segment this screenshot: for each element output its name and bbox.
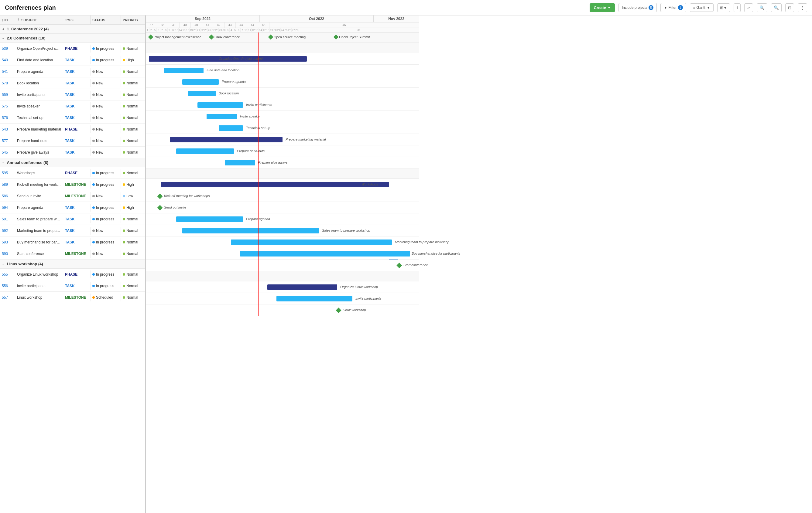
milestone-diamond xyxy=(397,263,402,268)
week-cell: 44 xyxy=(236,23,247,28)
group-row-annual[interactable]: − Annual conference (8) xyxy=(0,158,145,167)
gantt-header: Sep 2022 Oct 2022 Nov 2022 37 38 39 40 4… xyxy=(146,16,419,32)
include-projects-button[interactable]: Include projects 5 xyxy=(618,3,657,12)
today-line xyxy=(258,32,259,316)
gantt-row-592: Marketing team to prepare workshop xyxy=(146,237,419,248)
cell-id[interactable]: 556 xyxy=(0,282,15,290)
table-row: 595 Workshops PHASE In progress Normal xyxy=(0,167,145,179)
gantt-bar-label: Find date and location xyxy=(207,68,239,72)
status-dot xyxy=(92,252,95,255)
cell-id[interactable]: 575 xyxy=(0,102,15,110)
table-row: 557 Linux workshop MILESTONE Scheduled N… xyxy=(0,292,145,303)
week-cell: 40 xyxy=(179,23,191,28)
cell-id[interactable]: 586 xyxy=(0,192,15,200)
status-dot xyxy=(92,82,95,84)
cell-id[interactable]: 594 xyxy=(0,204,15,212)
view-options-button[interactable]: ⊞ ▼ xyxy=(717,3,730,12)
cell-id[interactable]: 543 xyxy=(0,125,15,133)
cell-id[interactable]: 578 xyxy=(0,79,15,87)
cell-id[interactable]: 591 xyxy=(0,215,15,223)
gantt-bar-task xyxy=(225,160,255,165)
gantt-view-button[interactable]: ≡ Gantt ▼ xyxy=(690,3,714,12)
table-row: 590 Start conference MILESTONE New Norma… xyxy=(0,248,145,260)
status-dot xyxy=(92,296,95,299)
day-cell: 13 xyxy=(175,28,179,32)
cell-id[interactable]: 590 xyxy=(0,250,15,258)
zoom-out-button[interactable]: 🔍 xyxy=(771,3,782,12)
fit-button[interactable]: ⊡ xyxy=(785,3,794,12)
week-cell: 38 xyxy=(157,23,168,28)
gantt-row-539: Organize OpenProject summit xyxy=(146,53,419,65)
cell-id[interactable]: 545 xyxy=(0,148,15,156)
cell-id[interactable]: 576 xyxy=(0,114,15,122)
cell-type: TASK xyxy=(63,68,90,76)
priority-dot xyxy=(123,172,125,174)
cell-priority: Normal xyxy=(121,215,145,223)
day-cell: 11 xyxy=(248,28,252,32)
gantt-arrow-icon: ▼ xyxy=(706,5,710,10)
week-cell: 45 xyxy=(258,23,269,28)
week-cell: 40 xyxy=(191,23,202,28)
milestone-diamond xyxy=(148,35,153,40)
cell-id[interactable]: 557 xyxy=(0,294,15,301)
milestone-label: Project management excellence xyxy=(154,35,201,39)
cell-status: In progress xyxy=(90,204,121,212)
day-cell: 14 xyxy=(259,28,262,32)
cell-id[interactable]: 539 xyxy=(0,44,15,53)
cell-id[interactable]: 559 xyxy=(0,91,15,99)
cell-subject: Technical set-up xyxy=(15,114,63,122)
gantt-bar-task xyxy=(240,251,410,256)
cell-priority: Normal xyxy=(121,294,145,301)
filter-button[interactable]: ▼ Filter 1 xyxy=(660,3,686,12)
cell-type: TASK xyxy=(63,148,90,156)
group-row-conference2022[interactable]: + 1. Conference 2022 (4) xyxy=(0,25,145,34)
milestone-row: Open source meeting xyxy=(269,35,306,39)
zoom-in-button[interactable]: 🔍 xyxy=(757,3,767,12)
cell-id[interactable]: 592 xyxy=(0,227,15,235)
cell-subject: Buy merchandise for participants xyxy=(15,238,63,246)
gantt-row-578: Book location xyxy=(146,88,419,99)
week-cell: 46 xyxy=(269,23,419,28)
cell-id[interactable]: 589 xyxy=(0,181,15,188)
priority-dot xyxy=(123,285,125,287)
gantt-row-593: Buy merchandise for participants xyxy=(146,248,419,260)
table-row: 586 Send out invite MILESTONE New Low xyxy=(0,190,145,202)
cell-priority: Normal xyxy=(121,137,145,145)
info-button[interactable]: ℹ xyxy=(734,3,741,12)
cell-id[interactable]: 577 xyxy=(0,137,15,145)
gantt-row-595: Workshops xyxy=(146,179,419,190)
cell-id[interactable]: 593 xyxy=(0,238,15,246)
priority-dot xyxy=(123,206,125,209)
gantt-bar-phase xyxy=(161,182,389,187)
cell-id[interactable]: 541 xyxy=(0,68,15,76)
day-cell: 13 xyxy=(255,28,259,32)
table-row: 575 Invite speaker TASK New Normal xyxy=(0,100,145,112)
day-cell: 19 xyxy=(190,28,193,32)
cell-type: TASK xyxy=(63,114,90,122)
create-arrow-icon: ▼ xyxy=(608,6,611,9)
gantt-row-594: Prepare agenda xyxy=(146,213,419,225)
cell-id[interactable]: 540 xyxy=(0,56,15,64)
milestone-label: Open source meeting xyxy=(274,35,306,39)
cell-id[interactable]: 595 xyxy=(0,169,15,177)
status-dot xyxy=(92,59,95,61)
cell-status: New xyxy=(90,227,121,235)
table-row: 555 Organize Linux workshop PHASE In pro… xyxy=(0,269,145,280)
gantt-row-540: Find date and location xyxy=(146,65,419,76)
status-dot xyxy=(92,93,95,96)
more-button[interactable]: ⋮ xyxy=(798,3,807,12)
gantt-bar-label: Workshops xyxy=(361,182,378,186)
group-row-conferences[interactable]: − 2.0 Conferences (10) xyxy=(0,34,145,43)
table-row: 589 Kick-off meeting for workshops MILES… xyxy=(0,179,145,190)
create-button[interactable]: Create ▼ xyxy=(590,3,615,12)
group-row-linux[interactable]: − Linux workshop (4) xyxy=(0,260,145,269)
cell-id[interactable]: 555 xyxy=(0,270,15,278)
fullscreen-button[interactable]: ⤢ xyxy=(744,3,753,12)
gantt-bar-task xyxy=(277,296,352,301)
gantt-inner: Sep 2022 Oct 2022 Nov 2022 37 38 39 40 4… xyxy=(146,16,419,316)
cell-subject: Book location xyxy=(15,79,63,87)
gantt-bar-label: Organize Linux workshop xyxy=(340,285,378,289)
table-row: 577 Prepare hand-outs TASK New Normal xyxy=(0,135,145,147)
filter-label: Filter xyxy=(669,5,677,10)
gantt-group-row xyxy=(146,43,419,53)
